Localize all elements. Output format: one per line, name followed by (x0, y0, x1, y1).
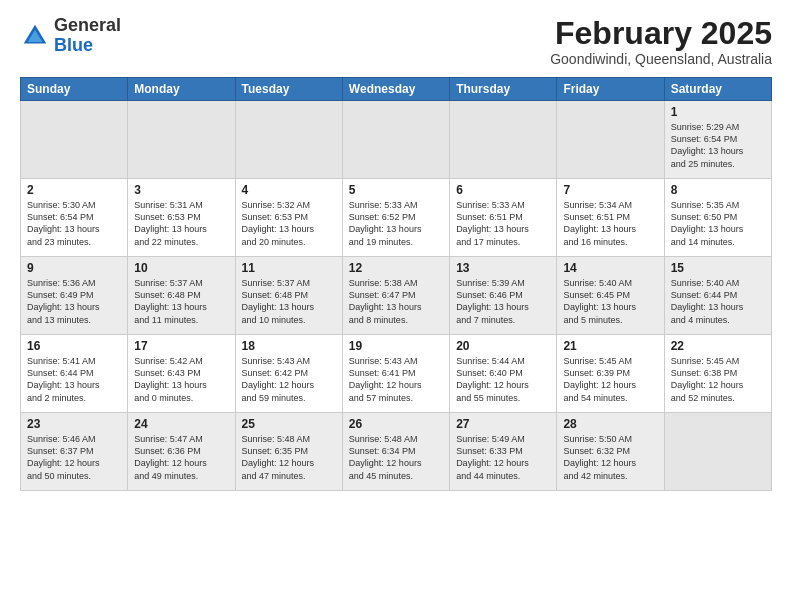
day-number: 3 (134, 183, 228, 197)
calendar-cell: 14Sunrise: 5:40 AM Sunset: 6:45 PM Dayli… (557, 257, 664, 335)
day-info: Sunrise: 5:44 AM Sunset: 6:40 PM Dayligh… (456, 355, 550, 404)
day-info: Sunrise: 5:31 AM Sunset: 6:53 PM Dayligh… (134, 199, 228, 248)
calendar-cell: 1Sunrise: 5:29 AM Sunset: 6:54 PM Daylig… (664, 101, 771, 179)
calendar-cell: 16Sunrise: 5:41 AM Sunset: 6:44 PM Dayli… (21, 335, 128, 413)
calendar-week-3: 16Sunrise: 5:41 AM Sunset: 6:44 PM Dayli… (21, 335, 772, 413)
page: General Blue February 2025 Goondiwindi, … (0, 0, 792, 612)
day-info: Sunrise: 5:41 AM Sunset: 6:44 PM Dayligh… (27, 355, 121, 404)
day-number: 16 (27, 339, 121, 353)
day-info: Sunrise: 5:33 AM Sunset: 6:51 PM Dayligh… (456, 199, 550, 248)
day-number: 13 (456, 261, 550, 275)
day-info: Sunrise: 5:45 AM Sunset: 6:39 PM Dayligh… (563, 355, 657, 404)
header: General Blue February 2025 Goondiwindi, … (20, 16, 772, 67)
day-number: 25 (242, 417, 336, 431)
day-info: Sunrise: 5:47 AM Sunset: 6:36 PM Dayligh… (134, 433, 228, 482)
calendar-cell: 25Sunrise: 5:48 AM Sunset: 6:35 PM Dayli… (235, 413, 342, 491)
calendar-week-0: 1Sunrise: 5:29 AM Sunset: 6:54 PM Daylig… (21, 101, 772, 179)
calendar-header-thursday: Thursday (450, 78, 557, 101)
calendar-header-monday: Monday (128, 78, 235, 101)
day-info: Sunrise: 5:32 AM Sunset: 6:53 PM Dayligh… (242, 199, 336, 248)
calendar-cell: 11Sunrise: 5:37 AM Sunset: 6:48 PM Dayli… (235, 257, 342, 335)
calendar-cell: 27Sunrise: 5:49 AM Sunset: 6:33 PM Dayli… (450, 413, 557, 491)
calendar-cell: 26Sunrise: 5:48 AM Sunset: 6:34 PM Dayli… (342, 413, 449, 491)
calendar-cell (342, 101, 449, 179)
day-number: 20 (456, 339, 550, 353)
day-number: 23 (27, 417, 121, 431)
day-number: 24 (134, 417, 228, 431)
day-number: 17 (134, 339, 228, 353)
day-info: Sunrise: 5:48 AM Sunset: 6:34 PM Dayligh… (349, 433, 443, 482)
day-number: 8 (671, 183, 765, 197)
day-info: Sunrise: 5:29 AM Sunset: 6:54 PM Dayligh… (671, 121, 765, 170)
day-info: Sunrise: 5:38 AM Sunset: 6:47 PM Dayligh… (349, 277, 443, 326)
calendar-cell: 19Sunrise: 5:43 AM Sunset: 6:41 PM Dayli… (342, 335, 449, 413)
day-info: Sunrise: 5:40 AM Sunset: 6:44 PM Dayligh… (671, 277, 765, 326)
day-info: Sunrise: 5:30 AM Sunset: 6:54 PM Dayligh… (27, 199, 121, 248)
calendar-cell: 4Sunrise: 5:32 AM Sunset: 6:53 PM Daylig… (235, 179, 342, 257)
calendar-cell: 12Sunrise: 5:38 AM Sunset: 6:47 PM Dayli… (342, 257, 449, 335)
day-info: Sunrise: 5:37 AM Sunset: 6:48 PM Dayligh… (242, 277, 336, 326)
day-info: Sunrise: 5:34 AM Sunset: 6:51 PM Dayligh… (563, 199, 657, 248)
calendar-cell: 3Sunrise: 5:31 AM Sunset: 6:53 PM Daylig… (128, 179, 235, 257)
calendar-cell (21, 101, 128, 179)
calendar-week-1: 2Sunrise: 5:30 AM Sunset: 6:54 PM Daylig… (21, 179, 772, 257)
day-info: Sunrise: 5:40 AM Sunset: 6:45 PM Dayligh… (563, 277, 657, 326)
calendar-cell: 13Sunrise: 5:39 AM Sunset: 6:46 PM Dayli… (450, 257, 557, 335)
day-info: Sunrise: 5:43 AM Sunset: 6:42 PM Dayligh… (242, 355, 336, 404)
calendar-cell: 18Sunrise: 5:43 AM Sunset: 6:42 PM Dayli… (235, 335, 342, 413)
day-number: 19 (349, 339, 443, 353)
calendar-cell: 5Sunrise: 5:33 AM Sunset: 6:52 PM Daylig… (342, 179, 449, 257)
calendar-cell (450, 101, 557, 179)
day-info: Sunrise: 5:37 AM Sunset: 6:48 PM Dayligh… (134, 277, 228, 326)
day-number: 18 (242, 339, 336, 353)
day-number: 15 (671, 261, 765, 275)
calendar-header-friday: Friday (557, 78, 664, 101)
calendar-cell: 17Sunrise: 5:42 AM Sunset: 6:43 PM Dayli… (128, 335, 235, 413)
calendar-cell: 24Sunrise: 5:47 AM Sunset: 6:36 PM Dayli… (128, 413, 235, 491)
calendar-cell: 21Sunrise: 5:45 AM Sunset: 6:39 PM Dayli… (557, 335, 664, 413)
day-info: Sunrise: 5:46 AM Sunset: 6:37 PM Dayligh… (27, 433, 121, 482)
logo-icon (20, 21, 50, 51)
location: Goondiwindi, Queensland, Australia (550, 51, 772, 67)
day-number: 14 (563, 261, 657, 275)
calendar-cell (128, 101, 235, 179)
calendar-cell: 20Sunrise: 5:44 AM Sunset: 6:40 PM Dayli… (450, 335, 557, 413)
calendar-cell (664, 413, 771, 491)
day-number: 21 (563, 339, 657, 353)
calendar-header-wednesday: Wednesday (342, 78, 449, 101)
calendar-cell: 8Sunrise: 5:35 AM Sunset: 6:50 PM Daylig… (664, 179, 771, 257)
day-number: 22 (671, 339, 765, 353)
calendar-week-2: 9Sunrise: 5:36 AM Sunset: 6:49 PM Daylig… (21, 257, 772, 335)
calendar-cell: 6Sunrise: 5:33 AM Sunset: 6:51 PM Daylig… (450, 179, 557, 257)
day-info: Sunrise: 5:43 AM Sunset: 6:41 PM Dayligh… (349, 355, 443, 404)
calendar: SundayMondayTuesdayWednesdayThursdayFrid… (20, 77, 772, 491)
calendar-header-tuesday: Tuesday (235, 78, 342, 101)
title-block: February 2025 Goondiwindi, Queensland, A… (550, 16, 772, 67)
day-number: 12 (349, 261, 443, 275)
logo: General Blue (20, 16, 121, 56)
day-info: Sunrise: 5:33 AM Sunset: 6:52 PM Dayligh… (349, 199, 443, 248)
day-info: Sunrise: 5:36 AM Sunset: 6:49 PM Dayligh… (27, 277, 121, 326)
calendar-cell (557, 101, 664, 179)
day-number: 2 (27, 183, 121, 197)
day-number: 26 (349, 417, 443, 431)
day-number: 1 (671, 105, 765, 119)
calendar-header-saturday: Saturday (664, 78, 771, 101)
calendar-cell (235, 101, 342, 179)
day-info: Sunrise: 5:45 AM Sunset: 6:38 PM Dayligh… (671, 355, 765, 404)
day-number: 11 (242, 261, 336, 275)
day-number: 27 (456, 417, 550, 431)
day-info: Sunrise: 5:48 AM Sunset: 6:35 PM Dayligh… (242, 433, 336, 482)
day-number: 5 (349, 183, 443, 197)
logo-blue: Blue (54, 36, 121, 56)
logo-general: General (54, 16, 121, 36)
calendar-header-row: SundayMondayTuesdayWednesdayThursdayFrid… (21, 78, 772, 101)
calendar-cell: 7Sunrise: 5:34 AM Sunset: 6:51 PM Daylig… (557, 179, 664, 257)
day-number: 10 (134, 261, 228, 275)
day-info: Sunrise: 5:35 AM Sunset: 6:50 PM Dayligh… (671, 199, 765, 248)
calendar-week-4: 23Sunrise: 5:46 AM Sunset: 6:37 PM Dayli… (21, 413, 772, 491)
day-info: Sunrise: 5:50 AM Sunset: 6:32 PM Dayligh… (563, 433, 657, 482)
calendar-cell: 9Sunrise: 5:36 AM Sunset: 6:49 PM Daylig… (21, 257, 128, 335)
calendar-cell: 2Sunrise: 5:30 AM Sunset: 6:54 PM Daylig… (21, 179, 128, 257)
logo-text: General Blue (54, 16, 121, 56)
